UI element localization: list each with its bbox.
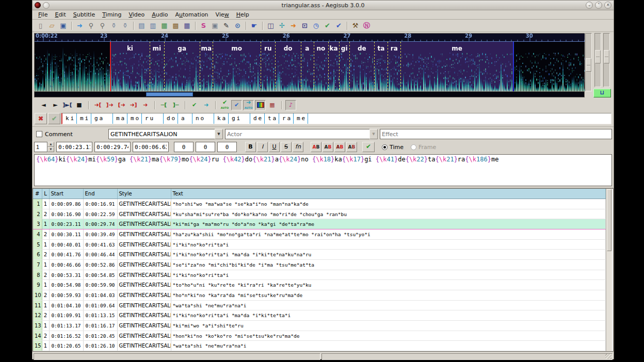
actor-input[interactable] (225, 129, 369, 139)
table-row[interactable]: 1220:01:09.910:01:13.15GETINTHECARITSALI… (33, 310, 606, 321)
margin-vertical-input[interactable] (217, 142, 237, 152)
select-lines-icon[interactable]: ⚱ (108, 21, 119, 31)
karaoke-syllable[interactable]: me (294, 113, 308, 124)
start-time-input[interactable] (56, 142, 92, 152)
styles-manager-icon[interactable]: ▦ (159, 21, 170, 31)
minimize-icon[interactable]: ⌄ (586, 2, 593, 9)
link-zoom-volume-button[interactable]: ⊔ (593, 89, 611, 97)
menu-help[interactable]: Help (233, 11, 253, 19)
search-replace-icon[interactable]: ⚲ (97, 21, 108, 31)
properties-icon[interactable]: ▤ (136, 21, 147, 31)
volume-slider-handle[interactable] (604, 50, 609, 63)
search-icon[interactable]: ⚲ (86, 21, 96, 31)
play-selection-icon[interactable]: ]►[ (62, 100, 73, 110)
spell-checker-icon[interactable]: ✔ (333, 21, 344, 31)
audio-scrollbar-thumb[interactable] (146, 92, 193, 96)
subtitle-edit-area[interactable]: {\k64}ki{\k24}mi{\k59}ga {\k21}ma{\k79}m… (34, 154, 612, 186)
end-time-input[interactable] (94, 142, 131, 152)
audio-scrollbar[interactable] (34, 92, 585, 97)
new-file-icon[interactable]: ▯ (35, 21, 46, 31)
shadow-color-button[interactable]: AB (346, 142, 357, 152)
margin-right-input[interactable] (196, 142, 215, 152)
karaoke-syllable[interactable]: mi (77, 113, 91, 124)
margin-left-input[interactable] (174, 142, 194, 152)
attachments-icon[interactable]: ▥ (148, 21, 158, 31)
commit-icon[interactable]: ✔ (189, 100, 200, 110)
go-to-selection-icon[interactable]: ➜ (201, 100, 212, 110)
lead-out-icon[interactable]: ]─ (170, 100, 181, 110)
menu-video[interactable]: Video (125, 11, 148, 19)
table-row[interactable]: 420:00:30.110:00:39.49GETINTHECARITSALIO… (33, 229, 606, 240)
auto-next-line-icon[interactable]: ✔ (231, 100, 242, 110)
link-vertical-zoom-icon[interactable]: ▦ (267, 100, 278, 110)
snap-to-scene-icon[interactable]: ✢ (277, 21, 287, 31)
cycle-tag-hiding-icon[interactable]: ⚱ (120, 21, 131, 31)
play-first-500ms-icon[interactable]: [➜ (116, 100, 127, 110)
styling-assistant-icon[interactable]: S (198, 21, 209, 31)
karaoke-mode-icon[interactable]: ♪ (285, 100, 296, 110)
table-row[interactable]: 1510:01:20.650:01:26.10GETINTHECARITSALI… (33, 341, 606, 351)
table-row[interactable]: 910:00:54.980:00:59.90GETINTHECARITSALIO… (33, 280, 606, 290)
scroll-left-icon[interactable]: ◄ (38, 100, 49, 110)
karaoke-syllable[interactable]: ki (62, 113, 77, 124)
table-row[interactable]: 1020:00:59.930:01:04.03GETINTHECARITSALI… (33, 290, 606, 301)
auto-commit-icon[interactable]: ✔AUTO (219, 100, 230, 110)
bold-button[interactable]: B (245, 142, 256, 152)
karaoke-syllable[interactable]: mo (127, 113, 142, 124)
audio-scale-slider-handle[interactable] (586, 58, 591, 72)
maximize-icon[interactable]: ⌃ (595, 2, 602, 9)
vertical-zoom-slider[interactable] (594, 33, 601, 87)
commit-button[interactable]: ✔ (362, 142, 375, 152)
shift-times-icon[interactable]: ✎ (221, 21, 232, 31)
play-last-500ms-icon[interactable]: ➜] (128, 100, 139, 110)
table-row[interactable]: 1420:01:16.520:01:20.45GETINTHECARITSALI… (33, 331, 606, 341)
jump-to-icon[interactable]: ➜ (74, 21, 85, 31)
video-zoom-icon[interactable]: ⊡ (299, 21, 310, 31)
kanji-timer-icon[interactable]: ✔ (322, 21, 333, 31)
table-row[interactable]: 710:00:46.660:00:52.86GETINTHECARITSALIO… (33, 260, 606, 270)
table-row[interactable]: 1110:01:04.100:01:09.64GETINTHECARITSALI… (33, 300, 606, 310)
menu-automation[interactable]: Automation (172, 11, 212, 19)
menu-subtitle[interactable]: Subtitle (70, 11, 99, 19)
menu-view[interactable]: View (212, 11, 233, 19)
resample-resolution-icon[interactable]: ▩ (170, 21, 181, 31)
effect-input[interactable] (380, 129, 612, 139)
close-icon[interactable]: ✕ (604, 2, 611, 9)
grid-scrollbar[interactable] (606, 189, 612, 351)
karaoke-syllable[interactable]: ru (142, 113, 164, 124)
stop-icon[interactable]: ■ (74, 100, 85, 110)
vertical-zoom-slider-handle[interactable] (595, 50, 601, 63)
time-radio[interactable] (382, 144, 388, 150)
menu-file[interactable]: File (35, 11, 51, 19)
underline-button[interactable]: U (269, 142, 280, 152)
font-button[interactable]: fn (293, 142, 303, 152)
table-row[interactable]: 820:00:53.310:00:54.85GETINTHECARITSALIO… (33, 270, 606, 280)
automation-icon[interactable]: ⚒ (350, 21, 361, 31)
style-dropdown-icon[interactable]: ▼ (215, 129, 223, 139)
table-row[interactable]: 1310:01:13.170:01:16.17GETINTHECARITSALI… (33, 321, 606, 331)
karaoke-syllable[interactable]: ma (113, 113, 127, 124)
timecodes-icon[interactable]: ⊙ (232, 21, 243, 31)
layer-input[interactable] (34, 142, 47, 152)
volume-slider[interactable] (603, 33, 610, 87)
table-row[interactable]: 220:00:16.900:00:22.59GETINTHECARITSALIO… (33, 209, 606, 219)
primary-color-button[interactable]: AB (311, 142, 321, 152)
karaoke-syllable[interactable]: no (192, 113, 214, 124)
karaoke-syllable[interactable]: do (164, 113, 178, 124)
play-500ms-before-icon[interactable]: ➜[ (92, 100, 103, 110)
karaoke-syllable[interactable]: ga (91, 113, 113, 124)
karaoke-syllable[interactable]: gi (229, 113, 250, 124)
style-input[interactable] (108, 129, 215, 139)
layer-up-icon[interactable]: ▲ (47, 142, 54, 147)
menu-audio[interactable]: Audio (148, 11, 171, 19)
save-file-icon[interactable]: ▣ (58, 21, 69, 31)
layer-down-icon[interactable]: ▼ (47, 147, 54, 152)
timing-post-processor-icon[interactable]: ◷ (311, 21, 321, 31)
table-row[interactable]: 310:00:23.110:00:29.74GETINTHECARITSALIO… (33, 219, 606, 229)
play-to-end-icon[interactable]: ➜ (140, 100, 151, 110)
grid-scrollbar-thumb[interactable] (607, 189, 611, 251)
fonts-collector-icon[interactable]: ▦ (182, 21, 192, 31)
duration-input[interactable] (133, 142, 169, 152)
table-row[interactable]: 620:00:41.760:00:46.44GETINTHECARITSALIO… (33, 250, 606, 260)
app-logo-icon[interactable]: Ⓝ (361, 21, 372, 31)
